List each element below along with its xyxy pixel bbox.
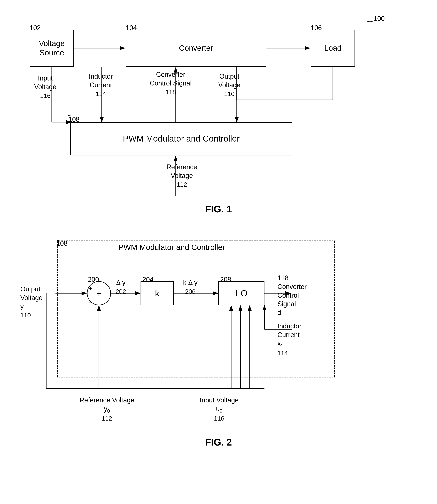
- fig1-caption: FIG. 1: [15, 203, 422, 215]
- load-label: Load: [324, 43, 341, 53]
- voltage-source-label: VoltageSource: [39, 39, 65, 58]
- k-delta-y-label: k Δ y 206: [183, 278, 198, 296]
- ref-208: 208: [220, 276, 231, 283]
- converter-control-label: ConverterControl Signal 118: [150, 70, 192, 96]
- converter-label: Converter: [179, 43, 213, 53]
- inductor-current-fig2-label: InductorCurrentx1 114: [278, 322, 301, 357]
- output-voltage-label: OutputVoltage 110: [218, 72, 240, 98]
- fig2-caption: FIG. 2: [15, 437, 422, 448]
- converter-control-fig2-label: 118ConverterControlSignald: [278, 274, 307, 317]
- reference-voltage-fig2-label: Reference Voltagey0 112: [79, 396, 134, 423]
- load-box: Load: [311, 30, 355, 67]
- k-block: k: [140, 281, 174, 305]
- output-voltage-fig2-label: OutputVoltagey 110: [20, 285, 42, 320]
- pwm-box: PWM Modulator and Controller: [70, 122, 292, 155]
- reference-voltage-label: ReferenceVoltage 112: [167, 163, 197, 189]
- delta-y-label: Δ y 202: [116, 278, 126, 296]
- ref-108-fig2: 108: [56, 240, 68, 247]
- plus-label: +: [89, 285, 92, 292]
- ref-100: 100: [374, 15, 385, 23]
- fig1-diagram: 100 102 104 106 108 VoltageSource Conver…: [15, 11, 422, 215]
- page: 100 102 104 106 108 VoltageSource Conver…: [0, 0, 437, 504]
- io-block: I-O: [218, 281, 264, 305]
- voltage-source-box: VoltageSource: [30, 30, 74, 67]
- converter-box: Converter: [126, 30, 266, 67]
- fig2-diagram: PWM Modulator and Controller 108 + + - 2…: [15, 229, 422, 452]
- input-voltage-label: InputVoltage 116: [34, 74, 56, 100]
- plus-sign: +: [96, 288, 101, 298]
- ref-204: 204: [142, 276, 153, 283]
- input-voltage-fig2-label: Input Voltageu0 116: [200, 396, 238, 423]
- pwm-label: PWM Modulator and Controller: [123, 134, 239, 144]
- minus-label: -: [89, 299, 91, 306]
- inductor-current-label: InductorCurrent 114: [89, 72, 113, 98]
- pwm-label-fig2: PWM Modulator and Controller: [118, 242, 225, 252]
- ref-200: 200: [88, 276, 99, 283]
